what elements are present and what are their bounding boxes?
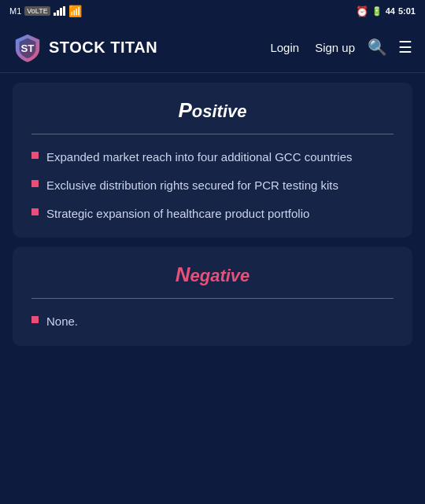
negative-card: Negative None. [13,247,412,346]
battery-level: 44 [386,6,395,16]
negative-item-1: None. [46,313,78,330]
svg-text:ST: ST [21,42,35,54]
logo-container: ST STOCK TITAN [13,32,270,62]
negative-list: None. [31,313,394,330]
bullet-icon [31,316,39,323]
bullet-icon [31,208,39,215]
positive-item-2: Exclusive distribution rights secured fo… [46,177,338,194]
signup-link[interactable]: Sign up [315,41,355,54]
status-bar: M1 VoLTE 📶 ⏰ 🔋 44 5:01 [0,0,425,22]
alarm-icon: ⏰ [356,6,368,17]
list-item: Expanded market reach into four addition… [31,149,394,166]
positive-list: Expanded market reach into four addition… [31,149,394,222]
status-left: M1 VoLTE 📶 [9,5,82,17]
login-link[interactable]: Login [270,41,299,54]
logo-text: STOCK TITAN [49,39,157,57]
bullet-icon [31,180,39,187]
positive-item-3: Strategic expansion of healthcare produc… [46,205,309,223]
list-item: None. [31,313,394,330]
time-display: 5:01 [398,6,416,16]
negative-divider [31,298,394,299]
main-content: Positive Expanded market reach into four… [0,73,425,504]
signal-icon [54,6,65,16]
list-item: Strategic expansion of healthcare produc… [31,205,394,223]
positive-divider [31,134,394,134]
logo-icon: ST [13,32,42,62]
volte-badge: VoLTE [24,6,50,16]
navbar: ST STOCK TITAN Login Sign up 🔍 ☰ [0,22,425,73]
negative-title-text: Negative [176,266,250,285]
status-right: ⏰ 🔋 44 5:01 [356,6,416,17]
bullet-icon [31,152,39,159]
wifi-icon: 📶 [68,5,82,17]
positive-item-1: Expanded market reach into four addition… [46,149,353,166]
nav-links: Login Sign up [270,41,355,54]
search-icon[interactable]: 🔍 [368,38,387,57]
negative-title: Negative [31,263,394,287]
list-item: Exclusive distribution rights secured fo… [31,177,394,194]
menu-icon[interactable]: ☰ [398,38,412,57]
positive-title-text: Positive [178,101,246,121]
positive-title: Positive [31,98,394,123]
carrier-label: M1 [9,6,21,16]
nav-icons: 🔍 ☰ [368,38,412,57]
battery-icon: 🔋 [371,6,382,17]
positive-card: Positive Expanded market reach into four… [13,83,412,237]
